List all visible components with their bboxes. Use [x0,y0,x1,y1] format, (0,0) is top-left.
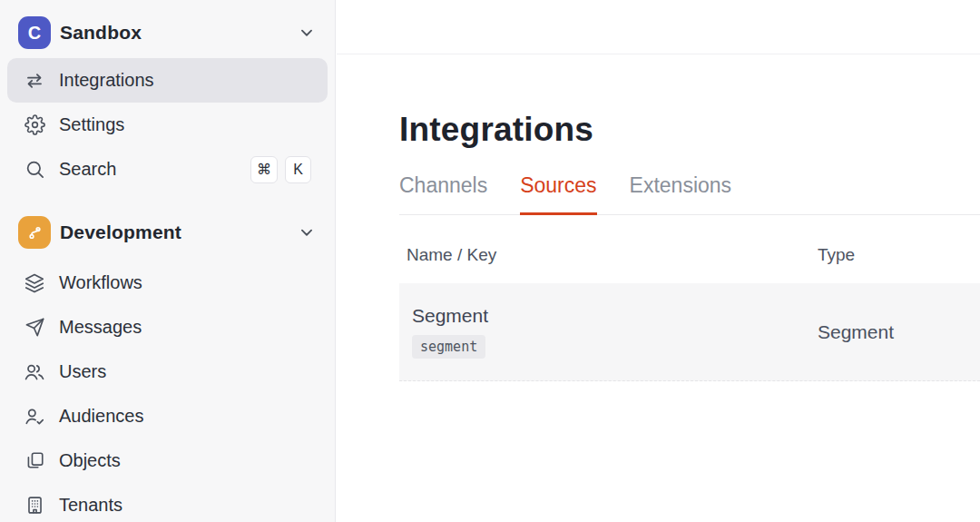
sidebar-item-settings[interactable]: Settings [7,103,328,147]
column-header-type: Type [810,245,980,265]
sidebar-item-label: Search [59,159,116,180]
top-bar [337,0,980,54]
development-section-switcher[interactable]: Development [0,204,335,261]
tab-extensions[interactable]: Extensions [630,173,732,215]
swap-arrows-icon [24,70,45,92]
gear-icon [24,114,45,136]
development-section-label: Development [60,222,181,243]
person-check-icon [24,406,45,428]
sidebar-item-label: Audiences [59,406,143,427]
layers-icon [24,272,45,294]
sidebar-item-search[interactable]: Search ⌘ K [7,147,328,192]
k-keycap: K [285,156,311,183]
source-type-cell: Segment [810,305,980,359]
sidebar-item-integrations[interactable]: Integrations [7,58,328,103]
sidebar-item-label: Integrations [59,70,154,91]
sidebar-item-label: Tenants [59,495,122,516]
chevron-down-icon [297,23,317,43]
workspace-name: Sandbox [60,22,142,44]
tab-bar: Channels Sources Extensions [399,173,980,215]
sidebar-item-audiences[interactable]: Audiences [7,394,328,438]
sidebar-item-users[interactable]: Users [7,350,328,394]
sidebar-item-label: Workflows [59,272,142,293]
integrations-page: Integrations Channels Sources Extensions… [337,111,980,381]
sidebar-item-workflows[interactable]: Workflows [7,261,328,305]
table-row[interactable]: Segment segment Segment [399,283,980,381]
workspace-switcher[interactable]: C Sandbox [0,7,335,58]
search-shortcut: ⌘ K [250,156,311,183]
sidebar-item-objects[interactable]: Objects [7,438,328,483]
chevron-down-icon [297,222,317,242]
sidebar-item-messages[interactable]: Messages [7,305,328,350]
courier-logo: C [18,16,51,49]
main-area: Integrations Channels Sources Extensions… [337,0,980,522]
table-header: Name / Key Type [399,215,980,283]
sidebar-item-label: Users [59,361,106,382]
sidebar-item-tenants[interactable]: Tenants [7,483,328,522]
sidebar-item-label: Objects [59,450,121,471]
building-icon [24,495,45,517]
sidebar: C Sandbox Integrations Settings Search ⌘… [0,0,336,522]
page-title: Integrations [399,111,980,149]
pages-icon [24,450,45,472]
source-key-badge: segment [412,335,485,359]
sidebar-item-label: Settings [59,114,124,135]
source-name: Segment [412,305,810,327]
cmd-keycap: ⌘ [250,156,278,183]
source-type: Segment [818,321,894,343]
users-icon [24,361,45,383]
sidebar-item-label: Messages [59,317,142,338]
development-icon [18,216,51,249]
tab-channels[interactable]: Channels [399,173,487,215]
tab-sources[interactable]: Sources [520,173,596,215]
column-header-name-key: Name / Key [399,245,810,265]
search-icon [24,159,45,181]
source-name-cell: Segment segment [399,305,810,359]
paper-plane-icon [24,317,45,339]
